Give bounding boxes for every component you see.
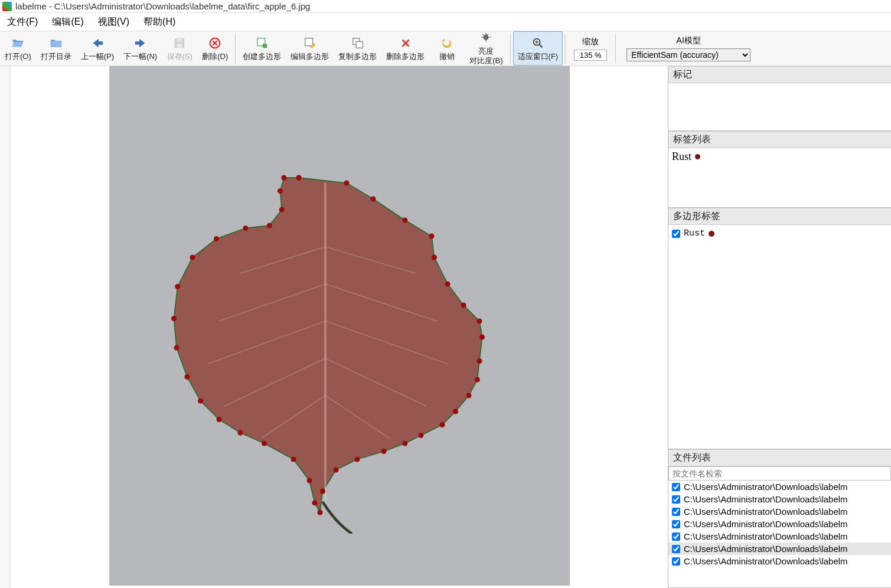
polygon-vertex[interactable] [171,316,177,321]
file-item-checkbox[interactable] [672,557,680,566]
polygon-vertex[interactable] [466,393,471,398]
file-item-path: C:\Users\Administrator\Downloads\labelm [684,519,848,529]
file-item-checkbox[interactable] [672,495,680,504]
polygon-vertex[interactable] [320,489,325,494]
polygon-vertex[interactable] [237,430,243,436]
menu-view[interactable]: 视图(V) [98,16,129,28]
file-item-checkbox[interactable] [672,483,680,491]
fit-window-button[interactable]: 适应窗口(F) [513,31,563,66]
polygon-vertex[interactable] [432,255,437,260]
file-list-item[interactable]: C:\Users\Administrator\Downloads\labelm [668,505,891,518]
ai-model-select[interactable]: EfficientSam (accuracy) [626,48,750,61]
ai-model-label: AI模型 [677,35,701,46]
polygon-vertex[interactable] [461,303,466,308]
menu-help[interactable]: 帮助(H) [143,16,175,28]
polygon-vertex[interactable] [306,478,312,484]
polygon-vertex[interactable] [317,510,322,515]
polygon-vertex[interactable] [291,457,296,462]
polygon-vertex[interactable] [333,468,338,473]
file-list-item[interactable]: C:\Users\Administrator\Downloads\labelm [668,555,891,567]
polygon-edit-icon [302,36,318,50]
polygon-vertex[interactable] [281,175,286,181]
prev-button[interactable]: 上一幅(P) [76,31,119,66]
polygon-vertex[interactable] [476,358,482,364]
file-list-item[interactable]: C:\Users\Administrator\Downloads\labelm [668,493,891,505]
flags-panel-body[interactable] [668,83,891,130]
polygon-vertex[interactable] [370,197,376,202]
undo-button[interactable]: 撤销 [429,31,465,66]
polygon-vertex[interactable] [312,500,317,505]
polygon-vertex[interactable] [262,441,267,446]
polygon-vertex[interactable] [418,433,423,438]
file-list-item[interactable]: C:\Users\Administrator\Downloads\labelm [668,543,891,555]
toolbar-separator [510,34,511,63]
toolbar: 打开(O) 打开目录 上一幅(P) 下一幅(N) 保存(S) 删除(D) 创建多… [0,31,891,66]
polygon-vertex[interactable] [279,207,284,213]
file-list-item[interactable]: C:\Users\Administrator\Downloads\labelm [668,530,891,543]
file-list-body[interactable]: C:\Users\Administrator\Downloads\labelmC… [668,481,891,587]
label-list-body[interactable]: Rust [668,148,891,207]
polygon-vertex[interactable] [214,236,219,241]
label-list-item[interactable]: Rust [672,151,887,163]
file-item-checkbox[interactable] [672,533,680,541]
polygon-vertex[interactable] [243,226,248,231]
edit-polygon-button[interactable]: 编辑多边形 [286,31,334,66]
polygon-vertex[interactable] [174,345,179,351]
file-list-item[interactable]: C:\Users\Administrator\Downloads\labelm [668,518,891,530]
polygon-vertex[interactable] [402,441,407,446]
delete-button[interactable]: 删除(D) [197,31,233,66]
polygon-label-checkbox[interactable] [672,230,680,238]
menu-edit[interactable]: 编辑(E) [52,16,83,28]
image-canvas[interactable] [109,66,570,586]
file-item-checkbox[interactable] [672,520,680,528]
create-polygon-button[interactable]: 创建多边形 [238,31,286,66]
open-button[interactable]: 打开(O) [0,31,36,66]
polygon-vertex[interactable] [474,377,479,383]
arrow-left-icon [89,36,106,50]
polygon-vertex[interactable] [439,422,445,427]
canvas-area[interactable] [11,66,668,588]
polygon-vertex[interactable] [216,417,221,422]
arrow-right-icon [132,36,149,50]
zoom-control: 缩放 [568,31,613,66]
polygon-labels-body[interactable]: Rust [668,225,891,449]
polygon-vertex[interactable] [190,255,195,260]
polygon-vertex[interactable] [453,409,458,414]
polygon-vertex[interactable] [479,335,485,340]
file-search-input[interactable] [668,466,891,481]
polygon-vertex[interactable] [381,449,386,454]
polygon-vertex[interactable] [175,284,180,289]
leaf-annotation[interactable] [136,109,514,534]
save-button: 保存(S) [162,31,197,66]
polygon-label-item[interactable]: Rust [672,228,887,239]
copy-polygon-button[interactable]: 复制多边形 [334,31,381,66]
polygon-vertex[interactable] [354,457,360,462]
label-list-title: 标签列表 [668,131,891,148]
polygon-vertex[interactable] [445,282,450,287]
polygon-vertex[interactable] [267,223,272,228]
next-button[interactable]: 下一幅(N) [119,31,162,66]
polygon-vertex[interactable] [402,218,407,223]
zoom-label: 缩放 [582,37,599,47]
polygon-vertex[interactable] [184,374,190,380]
polygon-vertex[interactable] [296,175,301,181]
file-list-title: 文件列表 [668,449,891,466]
polygon-vertex[interactable] [429,234,434,239]
menu-file[interactable]: 文件(F) [7,16,38,28]
polygon-vertex[interactable] [198,398,203,404]
floppy-icon [171,36,188,50]
zoom-input[interactable] [574,50,607,61]
file-item-checkbox[interactable] [672,545,680,553]
toolbar-separator [565,34,566,63]
delete-polygon-button[interactable]: 删除多边形 [381,31,429,66]
polygon-vertex[interactable] [476,319,482,324]
file-item-checkbox[interactable] [672,508,680,516]
open-dir-button[interactable]: 打开目录 [36,31,76,66]
app-icon [2,2,12,11]
svg-rect-2 [177,44,182,47]
brightness-contrast-button[interactable]: 亮度 对比度(B) [465,31,507,66]
right-panels: 标记 标签列表 Rust 多边形标签 Rust 文 [668,66,891,588]
file-list-item[interactable]: C:\Users\Administrator\Downloads\labelm [668,481,891,493]
polygon-vertex[interactable] [278,188,283,194]
polygon-vertex[interactable] [344,181,349,186]
